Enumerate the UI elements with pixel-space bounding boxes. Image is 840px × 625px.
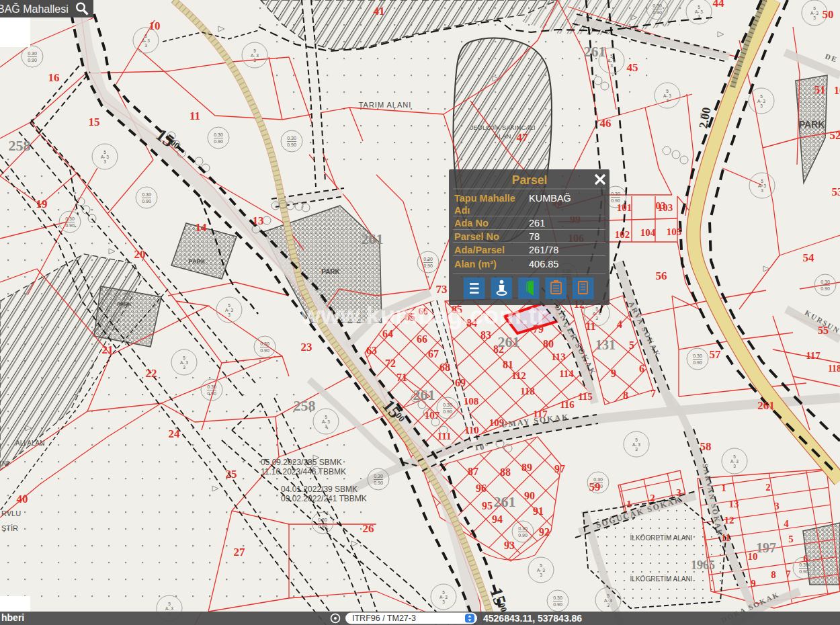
svg-text:0.30: 0.30 (693, 353, 702, 358)
svg-text:95: 95 (482, 500, 493, 511)
svg-text:50: 50 (823, 8, 834, 21)
svg-text:3: 3 (540, 573, 542, 577)
svg-text:14: 14 (196, 221, 208, 234)
svg-text:96: 96 (476, 483, 487, 494)
svg-text:81: 81 (503, 359, 513, 370)
svg-text:Tapu Mahalle: Tapu Mahalle (454, 193, 515, 204)
svg-text:0.30: 0.30 (260, 341, 269, 346)
svg-text:PARK: PARK (117, 301, 132, 307)
svg-text:9: 9 (751, 578, 756, 589)
svg-text:87: 87 (468, 466, 478, 477)
svg-text:0.30: 0.30 (821, 280, 830, 284)
svg-text:A- 3: A- 3 (101, 155, 109, 159)
svg-text:6: 6 (639, 363, 644, 374)
svg-text:110: 110 (464, 425, 479, 435)
svg-text:57: 57 (710, 348, 722, 361)
svg-text:44: 44 (713, 0, 725, 9)
svg-text:90: 90 (524, 490, 535, 501)
svg-text:A- 3: A- 3 (810, 11, 818, 15)
svg-text:258: 258 (294, 397, 316, 414)
svg-text:19: 19 (36, 198, 48, 210)
svg-text:0.90: 0.90 (28, 58, 37, 62)
svg-text:68: 68 (439, 362, 450, 373)
svg-text:0.30: 0.30 (611, 192, 620, 196)
svg-text:94: 94 (492, 513, 503, 525)
svg-text:0.30: 0.30 (653, 3, 662, 8)
svg-text:25: 25 (226, 468, 237, 481)
svg-text:101: 101 (617, 202, 632, 213)
svg-text:89: 89 (521, 462, 532, 473)
svg-text:406.85: 406.85 (529, 259, 558, 269)
svg-text:Parsel: Parsel (512, 173, 548, 187)
svg-text:0.90: 0.90 (799, 569, 808, 574)
svg-text:0.90: 0.90 (287, 142, 296, 147)
svg-text:3: 3 (103, 159, 106, 164)
svg-text:A- 3: A- 3 (632, 442, 640, 447)
svg-text:78: 78 (529, 231, 540, 242)
svg-text:54: 54 (803, 251, 815, 264)
svg-text:5: 5 (610, 54, 613, 58)
svg-text:3: 3 (325, 424, 327, 429)
svg-text:0.90: 0.90 (821, 286, 830, 291)
svg-text:5: 5 (666, 89, 669, 93)
svg-text:53: 53 (832, 185, 840, 198)
svg-text:131: 131 (595, 337, 616, 352)
svg-text:104: 104 (640, 227, 656, 238)
svg-text:116: 116 (560, 399, 575, 410)
svg-text:hberi: hberi (1, 612, 24, 623)
svg-text:0.90: 0.90 (518, 533, 528, 538)
svg-text:1: 1 (721, 483, 726, 493)
svg-text:5: 5 (228, 303, 230, 308)
svg-text:97: 97 (554, 463, 565, 474)
svg-text:24: 24 (169, 427, 181, 440)
svg-text:5: 5 (761, 179, 763, 183)
svg-text:Ada No: Ada No (454, 218, 489, 228)
svg-text:0.90: 0.90 (374, 481, 383, 485)
svg-text:İLKÖGRETİM ALANI: İLKÖGRETİM ALANI (630, 575, 693, 583)
svg-text:6: 6 (803, 553, 808, 564)
svg-text:5: 5 (629, 339, 634, 351)
svg-text:5: 5 (635, 438, 638, 442)
svg-text:3: 3 (635, 447, 638, 452)
svg-text:93: 93 (504, 540, 515, 551)
svg-text:102: 102 (615, 229, 630, 240)
svg-text:45: 45 (627, 61, 638, 74)
svg-text:91: 91 (533, 505, 544, 517)
svg-text:92: 92 (539, 526, 550, 538)
svg-text:3: 3 (733, 464, 736, 468)
svg-text:0.30: 0.30 (423, 257, 433, 261)
svg-text:71: 71 (396, 372, 407, 383)
svg-text:88: 88 (500, 466, 511, 478)
svg-text:A- 3: A- 3 (251, 53, 259, 58)
svg-text:27: 27 (234, 546, 246, 558)
svg-text:113: 113 (551, 351, 566, 362)
svg-text:A- 3: A- 3 (607, 58, 616, 63)
svg-text:117: 117 (806, 350, 821, 361)
svg-text:3: 3 (183, 365, 185, 370)
svg-text:11.10.2023/446 TBBMK: 11.10.2023/446 TBBMK (261, 467, 346, 476)
svg-text:9: 9 (611, 368, 616, 379)
svg-text:41: 41 (374, 5, 385, 17)
svg-text:72: 72 (385, 358, 396, 369)
svg-text:PARK: PARK (189, 258, 206, 265)
svg-text:5: 5 (442, 590, 445, 595)
svg-text:10: 10 (834, 85, 840, 96)
svg-text:Adı: Adı (454, 205, 470, 216)
svg-text:0.30: 0.30 (443, 403, 452, 407)
svg-text:0.90: 0.90 (423, 263, 433, 268)
svg-text:16: 16 (48, 71, 60, 84)
svg-text:5: 5 (103, 150, 106, 155)
svg-text:5: 5 (607, 593, 610, 598)
svg-text:5: 5 (698, 5, 700, 9)
svg-text:13: 13 (729, 499, 739, 509)
svg-text:10: 10 (149, 19, 161, 32)
svg-text:www.kumbag.com.tr: www.kumbag.com.tr (300, 301, 547, 329)
svg-text:261: 261 (498, 333, 520, 350)
svg-text:0.90: 0.90 (693, 360, 702, 365)
svg-text:04.01.2022/39 SBMK: 04.01.2022/39 SBMK (281, 485, 358, 494)
svg-text:Parsel No: Parsel No (454, 231, 499, 242)
svg-text:0.30: 0.30 (65, 216, 75, 221)
svg-text:Ada/Parsel: Ada/Parsel (454, 245, 505, 255)
svg-text:A- 3: A- 3 (758, 183, 766, 188)
svg-text:3: 3 (761, 188, 763, 193)
